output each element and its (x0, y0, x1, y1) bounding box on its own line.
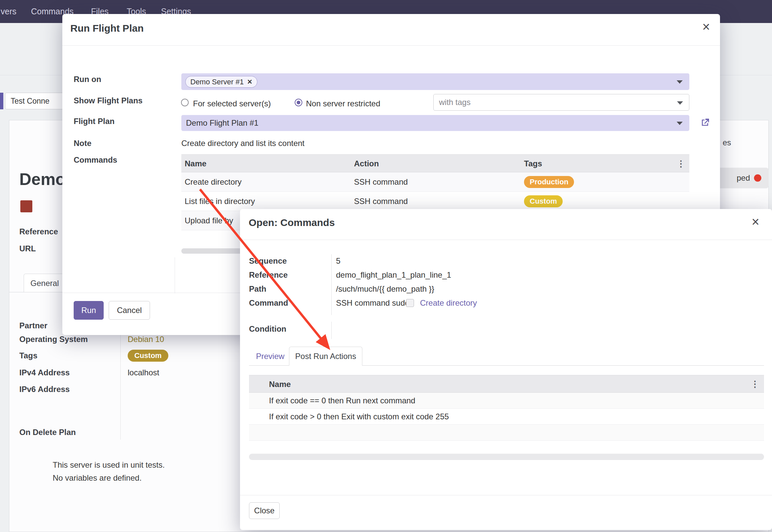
run-on-select[interactable]: Demo Server #1 ✕ (181, 73, 689, 90)
row-name: Create directory (185, 177, 242, 187)
field-separator (175, 257, 175, 293)
on-delete-plan-label: On Delete Plan (19, 428, 76, 437)
close-icon[interactable]: × (702, 20, 710, 33)
path-value: /such/much/{{ demo_path }} (336, 284, 434, 294)
partner-label: Partner (19, 321, 47, 330)
reference-label: Reference (19, 227, 58, 236)
tag-custom-badge[interactable]: Custom (128, 350, 168, 362)
color-swatch[interactable] (20, 200, 32, 212)
ipv4-label: IPv4 Address (19, 368, 70, 377)
table-row[interactable]: If exit code > 0 then Exit with custom e… (249, 409, 764, 425)
flight-plan-select[interactable]: Demo Flight Plan #1 (181, 115, 689, 131)
chevron-down-icon[interactable] (677, 101, 683, 105)
checkbox[interactable] (406, 299, 414, 307)
status-dot-icon (754, 174, 761, 182)
plan-description: Create directory and list its content (181, 139, 305, 148)
note-label: Note (74, 139, 91, 148)
actions-table-header: Name ⋮ (249, 375, 764, 393)
screen: vers Commands Files Tools Settings Test … (0, 0, 772, 532)
condition-label: Condition (249, 324, 286, 334)
radio-non-server-restricted-label[interactable]: Non server restricted (306, 99, 380, 108)
open-commands-modal: Open: Commands × Sequence 5 Reference de… (240, 209, 772, 530)
with-tags-input[interactable]: with tags (433, 94, 689, 111)
table-row-empty (249, 425, 764, 441)
column-divider (120, 320, 121, 440)
status-text: ped (737, 173, 750, 183)
show-flight-plans-label: Show Flight Plans (74, 96, 143, 105)
table-row[interactable]: If exit code == 0 then Run next command (249, 393, 764, 409)
sequence-label: Sequence (249, 256, 287, 266)
cancel-button[interactable]: Cancel (109, 301, 150, 320)
commands-label: Commands (74, 155, 117, 165)
col-action[interactable]: Action (354, 159, 379, 168)
sequence-value: 5 (336, 256, 340, 266)
create-directory-link[interactable]: Create directory (420, 298, 477, 308)
radio-non-server-restricted[interactable] (295, 99, 302, 106)
close-icon[interactable]: × (752, 215, 759, 228)
commands-modal-title: Open: Commands (249, 217, 335, 228)
row-action-text: If exit code == 0 then Run next command (269, 396, 415, 405)
kebab-menu-icon[interactable]: ⋮ (677, 159, 685, 169)
row-action-text: If exit code > 0 then Exit with custom e… (269, 412, 449, 421)
nav-item-servers[interactable]: vers (1, 0, 16, 23)
table-row[interactable]: List files in directory SSH command Cust… (181, 192, 689, 211)
ipv6-label: IPv6 Address (19, 385, 70, 394)
right-tab-fragment[interactable]: es (723, 138, 731, 147)
tab-preview[interactable]: Preview (256, 352, 284, 361)
server-title: Demo (19, 170, 66, 189)
table-row[interactable]: Create directory SSH command Production (181, 172, 689, 192)
chevron-down-icon[interactable] (677, 80, 683, 84)
ipv4-value: localhost (128, 368, 159, 377)
url-label: URL (19, 244, 36, 253)
radio-selected-servers-label[interactable]: For selected server(s) (193, 99, 271, 108)
path-label: Path (249, 284, 266, 294)
tab-post-run-actions[interactable]: Post Run Actions (289, 347, 362, 366)
row-action: SSH command (354, 197, 408, 206)
commands-table-header: Name Action Tags ⋮ (181, 154, 689, 172)
unit-test-note-line1: This server is used in unit tests. (53, 460, 165, 470)
server-chip-label: Demo Server #1 (190, 78, 244, 86)
unit-test-note-line2: No variables are defined. (53, 473, 142, 483)
reference-value: demo_flight_plan_1_plan_line_1 (336, 270, 451, 280)
radio-selected-servers[interactable] (181, 99, 189, 106)
col-name[interactable]: Name (185, 159, 206, 168)
run-on-label: Run on (74, 75, 101, 84)
reference-label: Reference (249, 270, 288, 280)
command-value: SSH command sudo (336, 298, 409, 308)
os-label: Operating System (19, 335, 88, 344)
flight-plan-value: Demo Flight Plan #1 (186, 118, 258, 128)
server-chip[interactable]: Demo Server #1 ✕ (185, 76, 257, 88)
horizontal-scrollbar[interactable] (249, 454, 764, 460)
col-tags[interactable]: Tags (524, 159, 542, 168)
row-action: SSH command (354, 177, 408, 187)
row-name: Upload file by (185, 216, 233, 225)
tags-label: Tags (19, 351, 37, 360)
chevron-down-icon[interactable] (677, 122, 683, 125)
chip-remove-icon[interactable]: ✕ (247, 78, 252, 86)
tab-general[interactable]: General (24, 274, 66, 292)
field-separator (331, 254, 332, 315)
command-label: Command (249, 298, 288, 308)
os-value[interactable]: Debian 10 (128, 335, 164, 344)
field-separator (331, 322, 332, 339)
run-button[interactable]: Run (74, 301, 104, 320)
with-tags-placeholder: with tags (439, 98, 471, 107)
kebab-menu-icon[interactable]: ⋮ (751, 379, 759, 389)
flight-plan-label: Flight Plan (74, 117, 115, 126)
button-fragment[interactable] (0, 93, 3, 109)
close-button[interactable]: Close (249, 502, 280, 519)
run-modal-title: Run Flight Plan (70, 23, 144, 34)
col-name[interactable]: Name (269, 380, 291, 389)
row-name: List files in directory (185, 197, 255, 206)
tag-custom: Custom (524, 195, 563, 207)
tag-production: Production (524, 176, 574, 188)
external-link-icon[interactable] (700, 117, 710, 129)
